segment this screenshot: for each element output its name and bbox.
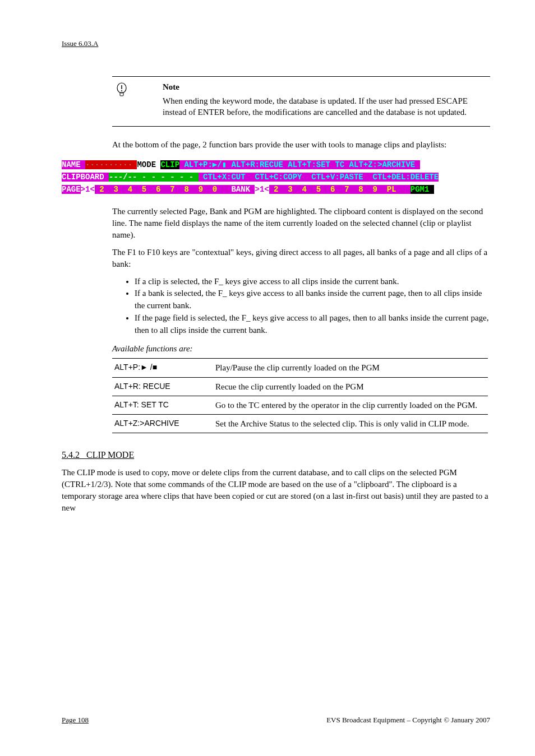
table-row: ALT+T: SET TC Go to the TC entered by th… [112,396,488,414]
altp-hint: ALT+P:▶/▮ [179,160,227,169]
header-issue: Issue 6.03.A [62,39,490,48]
altt-hint: ALT+T:SET TC [283,160,344,169]
fkeys-caption: The F1 to F10 keys are "contextual" keys… [112,247,490,270]
shortcut-table: ALT+P:► /■ Play/Pause the clip currently… [112,358,488,433]
bank-label: BANK [231,185,255,194]
page-label: PAGE [62,185,81,194]
page-number: Page 108 [62,716,89,725]
svg-point-3 [121,90,122,91]
clipboard-value[interactable]: ---/-- - - - - - - [109,173,199,182]
altr-hint: ALT+R:RECUE [227,160,283,169]
table-row: ALT+Z:>ARCHIVE Set the Archive Status to… [112,415,488,433]
clipboard-label: CLIPBOARD [62,173,109,182]
shortcut-desc: Set the Archive Status to the selected c… [213,415,488,433]
pgm-value[interactable]: PGM1 [411,185,434,194]
table-intro: Available functions are: [112,344,490,354]
mode-label: MODE [137,160,160,169]
mode-value[interactable]: CLIP [160,160,179,169]
page-footer: Page 108 EVS Broadcast Equipment – Copyr… [62,716,490,725]
section-number: 5.4.2 [62,450,80,460]
note-block: Note When ending the keyword mode, the d… [112,76,490,127]
section-body: The CLIP mode is used to copy, move or d… [62,467,490,514]
ctldel-hint: CTL+DEL:DELETE [368,173,439,182]
shortcut-key: ALT+Z:>ARCHIVE [112,415,213,433]
ctlv-hint: CTL+V:PASTE [307,173,368,182]
shortcut-desc: Go to the TC entered by the operator in … [213,396,488,414]
selection-caption: The currently selected Page, Bank and PG… [112,206,490,241]
note-title: Note [163,82,490,92]
ctlx-hint: CTL+X:CUT [199,173,250,182]
name-label: NAME [62,160,85,169]
section-title: CLIP MODE [86,450,134,460]
note-icon [116,82,128,98]
name-field[interactable]: ·········· [85,160,137,169]
bank-selected[interactable]: >1< [255,185,269,194]
bullet-3: If the page field is selected, the F_ ke… [135,312,490,337]
shortcut-desc: Recue the clip currently loaded on the P… [213,377,488,396]
ctlc-hint: CTL+C:COPY [250,173,307,182]
page-selected[interactable]: >1< [81,185,95,194]
page-numbers[interactable]: 2 3 4 5 6 7 8 9 0 [95,185,232,194]
intro-paragraph: At the bottom of the page, 2 function ba… [112,139,490,151]
bullet-2: If a bank is selected, the F_ keys give … [135,287,490,312]
bullet-1: If a clip is selected, the F_ keys give … [135,276,490,288]
section-heading: 5.4.2 CLIP MODE [62,450,490,460]
note-text: When ending the keyword mode, the databa… [163,95,490,118]
table-row: ALT+R: RECUE Recue the clip currently lo… [112,377,488,396]
bank-numbers[interactable]: 2 3 4 5 6 7 8 9 PL [269,185,411,194]
copyright: EVS Broadcast Equipment – Copyright © Ja… [326,716,490,725]
shortcut-desc: Play/Pause the clip currently loaded on … [213,359,488,377]
altz-hint: ALT+Z:>ARCHIVE [344,160,419,169]
table-row: ALT+P:► /■ Play/Pause the clip currently… [112,359,488,377]
shortcut-key: ALT+R: RECUE [112,377,213,396]
toolbar-screenshot: NAME ·········· MODE CLIP ALT+P:▶/▮ ALT+… [62,159,488,196]
shortcut-key: ALT+T: SET TC [112,396,213,414]
shortcut-key: ALT+P:► /■ [112,359,213,377]
